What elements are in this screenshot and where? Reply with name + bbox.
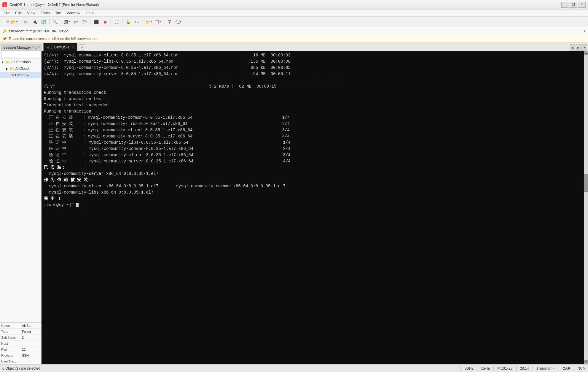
tab-next-button[interactable]: ▶ [576, 44, 581, 51]
menu-window[interactable]: Window [64, 10, 83, 16]
toolbar-sep-3 [61, 19, 61, 25]
terminal-line: 验 证 中 : mysql-community-client-8.0.35-1.… [44, 152, 581, 158]
tab-icon: 🖥 [46, 45, 50, 49]
prop-val-protocol: SSH [21, 354, 29, 357]
menu-view[interactable]: View [25, 10, 38, 16]
menu-file[interactable]: File [1, 10, 12, 16]
prop-host: Host [0, 341, 41, 346]
menu-bar: File Edit View Tools Tab Window Help [0, 10, 588, 17]
font-button[interactable]: T▾ [80, 18, 89, 26]
toolbar-sep-5 [111, 19, 111, 25]
terminal-line: [root@sy ~]# [44, 202, 581, 208]
terminal[interactable]: (1/4): mysql-community-client-8.0.35-1.e… [42, 51, 584, 364]
hint-text: To add the current session, click on the… [9, 37, 98, 41]
scroll-track[interactable] [584, 55, 588, 360]
session-manager-label: Session Manager [3, 45, 31, 50]
theme-button[interactable]: 🖼▾ [63, 18, 71, 26]
address-text: ssh://root:******@192.168.186.129:22 [9, 29, 582, 33]
tab-navigation: ◀ ▶ ▾ [570, 44, 588, 51]
terminal-line: 正 在 安 装 : mysql-community-client-8.0.35-… [44, 127, 581, 133]
record-button[interactable]: ⏺ [101, 18, 109, 26]
session-manager-search-icon[interactable]: 🔍 [32, 45, 36, 49]
scroll-down[interactable]: ▼ [584, 360, 588, 364]
terminal-line: mysql-community-client.x86_64 0:8.0.35-1… [44, 183, 581, 189]
session-manager-tab[interactable]: Session Manager 🔍 ✕ [1, 44, 42, 51]
transfer-button[interactable]: 📁▾ [144, 18, 153, 26]
prop-key-name: Name [0, 324, 21, 327]
terminal-line: ────────────────────────────────────────… [44, 77, 581, 83]
scrollbar[interactable]: ▲ ▼ [584, 51, 588, 364]
prop-val-name: All Se... [21, 324, 33, 327]
folder-icon: 📁 [5, 60, 10, 64]
address-dropdown[interactable]: ▾ [584, 29, 586, 33]
size-icon: ⊡ [497, 367, 500, 370]
close-button[interactable]: ✕ [578, 2, 586, 8]
reconnect-button[interactable]: 🔄 [39, 18, 48, 26]
fullscreen-button[interactable]: ⛶ [112, 18, 121, 26]
new-session-button[interactable]: 📄▾ [1, 18, 9, 26]
address-bar: 🔑 ssh://root:******@192.168.186.129:22 ▾ [0, 27, 588, 35]
prop-key-protocol: Protocol [0, 354, 21, 357]
terminal-line: 作 为 依 赖 被 安 装： [44, 177, 581, 183]
chat-button[interactable]: 💬 [174, 18, 182, 26]
window-title: CentOS-1 - root@sy:~ - Xshell 7 (Free fo… [9, 3, 559, 7]
menu-tools[interactable]: Tools [38, 10, 52, 16]
status-num: NUM [578, 366, 586, 371]
menu-tab[interactable]: Tab [53, 10, 64, 16]
terminal-line: Running transaction [44, 108, 581, 115]
scroll-thumb[interactable] [584, 174, 588, 192]
svg-text:X: X [4, 4, 5, 7]
expand-icon-ali: ▶ [6, 67, 8, 70]
tree-label-ali: AliCloud [15, 67, 29, 71]
app-icon: X [2, 2, 7, 7]
sessions-up[interactable]: ▲ [552, 367, 555, 370]
menu-help[interactable]: Help [83, 10, 96, 16]
size-text: 101x28 [501, 366, 512, 371]
session-manager-close[interactable]: ✕ [37, 45, 40, 49]
prop-protocol: Protocol SSH [0, 352, 41, 358]
stop-button[interactable]: ⬛ [92, 18, 100, 26]
scroll-up[interactable]: ▲ [584, 51, 588, 55]
terminal-line: mysql-community-libs.x86_64 0:8.0.35-1.e… [44, 189, 581, 196]
sidebar-search-input[interactable] [1, 52, 40, 58]
active-tab-label: 1 CentOS-1 [51, 45, 69, 49]
find-button[interactable]: 🔍 [51, 18, 59, 26]
status-sep-1 [460, 366, 461, 371]
minimize-button[interactable]: — [561, 2, 569, 8]
toolbar-sep-7 [143, 19, 143, 25]
properties-button[interactable]: ⚙ [22, 18, 30, 26]
menu-edit[interactable]: Edit [13, 10, 24, 16]
toolbar-sep-8 [163, 19, 163, 25]
help-button[interactable]: ❓ [165, 18, 173, 26]
status-size: ⊡ 101x28 [497, 366, 512, 371]
status-sessions: 1 session ▲ [536, 366, 555, 371]
terminal-line: 正 在 安 装 : mysql-community-common-8.0.35-… [44, 115, 581, 121]
toolbar: 📄▾ 📂▾ ⚙ 🔌 🔄 🔍 🖼▾ A▾ T▾ ⬛ ⏺ ⛶ 🔒 🗝 📁▾ 📋▾ ❓… [0, 17, 588, 27]
tree-label-centos: CentOS-1 [15, 73, 31, 77]
terminal-cursor [76, 203, 79, 207]
terminal-line: Transaction test succeeded [44, 102, 581, 108]
sessions-text: 1 session [536, 366, 552, 371]
tab-list-button[interactable]: ▾ [581, 44, 587, 51]
address-icon: 🔑 [2, 29, 7, 33]
prop-name: Name All Se... [0, 323, 41, 329]
tab-bar: Session Manager 🔍 ✕ 🖥 1 CentOS-1 ✕ + ◀ ▶… [0, 43, 588, 51]
tree-all-sessions[interactable]: ▼ 📁 All Sessions [0, 59, 41, 65]
tab-close-button[interactable]: ✕ [72, 45, 75, 49]
terminal-line: 验 证 中 : mysql-community-libs-8.0.35-1.el… [44, 140, 581, 146]
key-button[interactable]: 🗝 [133, 18, 141, 26]
open-session-button[interactable]: 📂▾ [10, 18, 18, 26]
prop-username: User Na... [0, 358, 41, 364]
maximize-button[interactable]: ❐ [570, 2, 577, 8]
log-button[interactable]: 📋▾ [153, 18, 162, 26]
tree-alicloud[interactable]: ▶ 📁 AliCloud [0, 65, 41, 72]
tree-centos[interactable]: 🖥 CentOS-1 [0, 72, 41, 78]
new-tab-button[interactable]: + [79, 44, 85, 51]
tab-prev-button[interactable]: ◀ [570, 44, 575, 51]
color-button[interactable]: A▾ [71, 18, 80, 26]
lock-button[interactable]: 🔒 [124, 18, 132, 26]
disconnect-button[interactable]: 🔌 [31, 18, 39, 26]
terminal-line: Running transaction check [44, 90, 581, 96]
active-terminal-tab[interactable]: 🖥 1 CentOS-1 ✕ [43, 43, 77, 51]
status-term: xterm [481, 366, 490, 371]
